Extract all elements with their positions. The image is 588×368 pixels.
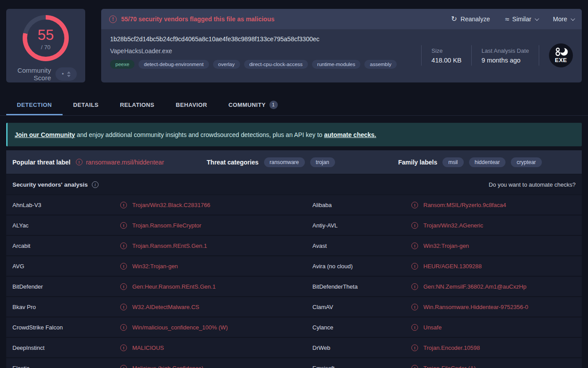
file-identity: 1b28b5cf2d14bc5b24cf9cd4065a8c10ae4fe38c… — [110, 34, 397, 77]
result-text: Malicious (high Confidence) — [132, 365, 203, 368]
detection-result: !Win32:Trojan-gen — [411, 243, 582, 249]
size-label: Size — [431, 47, 462, 54]
warning-icon: ! — [411, 324, 418, 331]
file-size-group: Size 418.00 KB — [431, 47, 462, 64]
tab-behavior[interactable]: BEHAVIOR — [165, 95, 218, 115]
community-score-footer: Community Score • — [15, 67, 77, 82]
vendors-analysis-title: Security vendors' analysis — [12, 181, 88, 188]
result-text: Win/malicious_confidence_100% (W) — [132, 324, 228, 331]
tag-runtime-modules[interactable]: runtime-modules — [312, 60, 361, 69]
threat-categories-title: Threat categories — [207, 159, 259, 166]
tab-label: DETECTION — [17, 102, 52, 108]
file-summary-card: ! 55/70 security vendors flagged this fi… — [101, 9, 582, 82]
join-community-link[interactable]: Join our Community — [15, 131, 75, 138]
family-cryptear[interactable]: cryptear — [511, 157, 541, 167]
svg-text:EXE: EXE — [555, 57, 567, 63]
community-count-badge: 1 — [269, 101, 278, 109]
result-text: Trojan-FileCoder (A) — [423, 365, 476, 368]
tag-overlay[interactable]: overlay — [213, 60, 240, 69]
result-text: Gen:Heur.Ransom.REntS.Gen.1 — [132, 283, 216, 290]
popular-threat-label-title: Popular threat label — [12, 159, 71, 166]
more-button[interactable]: More — [553, 16, 574, 23]
automate-checks-prompt[interactable]: Do you want to automate checks? — [489, 181, 576, 188]
category-ransomware[interactable]: ransomware — [264, 157, 305, 167]
detection-result: !Gen:NN.ZemsilF.36802.Am1@auCxzHp — [411, 283, 582, 290]
table-row: Arcabit !Trojan.Ransom.REntS.Gen.1 Avast… — [6, 236, 582, 255]
community-vote-widget[interactable]: • — [55, 67, 77, 81]
vendor-name: Antiy-AVL — [312, 222, 411, 229]
tab-relations[interactable]: RELATIONS — [109, 95, 165, 115]
detection-result: !Trojan.Encoder.10598 — [411, 345, 582, 351]
similar-label: Similar — [512, 16, 531, 23]
table-row: AhnLab-V3 !Trojan/Win32.Black.C2831766 A… — [6, 195, 582, 215]
downvote-icon[interactable] — [67, 75, 71, 77]
result-text: Trojan.Ransom.FileCryptor — [132, 222, 201, 229]
detection-result: !Gen:Heur.Ransom.REntS.Gen.1 — [120, 283, 312, 290]
vendor-name: Avast — [312, 243, 411, 249]
warning-icon: ! — [411, 243, 418, 249]
join-community-banner: Join our Community and enjoy additional … — [6, 123, 582, 146]
vendor-name: DrWeb — [312, 345, 411, 351]
tag-detect-debug-environment[interactable]: detect-debug-environment — [138, 60, 209, 69]
warning-icon: ! — [411, 345, 418, 351]
upvote-icon[interactable] — [67, 71, 71, 74]
chevron-down-icon — [535, 16, 539, 21]
reanalyze-button[interactable]: ↻ Reanalyze — [451, 16, 490, 23]
tag-direct-cpu-clock-access[interactable]: direct-cpu-clock-access — [244, 60, 308, 69]
alert-icon: ! — [109, 16, 117, 23]
table-row: ALYac !Trojan.Ransom.FileCryptor Antiy-A… — [6, 215, 582, 235]
community-score-label: Community Score — [15, 67, 51, 82]
result-text: Trojan/Win32.Black.C2831766 — [132, 202, 210, 208]
table-row: AVG !Win32:Trojan-gen Avira (no cloud) !… — [6, 256, 582, 276]
result-text: Ransom:MSIL/Ryzerlo.9c8faca4 — [423, 202, 506, 208]
score-card: 55 / 70 Community Score • — [6, 9, 85, 82]
tab-label: COMMUNITY — [229, 102, 266, 108]
vendor-name: Cylance — [312, 324, 411, 331]
automate-checks-link[interactable]: automate checks. — [324, 131, 376, 138]
last-analysis-value: 9 months ago — [481, 57, 529, 64]
divider — [539, 45, 539, 66]
similar-button[interactable]: ≈ Similar — [505, 16, 538, 23]
info-icon[interactable]: i — [92, 181, 99, 188]
file-tags: peexe detect-debug-environment overlay d… — [110, 60, 397, 69]
warning-icon: ! — [120, 365, 127, 368]
warning-icon: ! — [120, 263, 127, 270]
file-hash: 1b28b5cf2d14bc5b24cf9cd4065a8c10ae4fe38c… — [110, 35, 397, 43]
family-labels-group: Family labels msil hiddentear cryptear — [398, 157, 576, 167]
detection-result: !Trojan.Ransom.FileCryptor — [120, 222, 312, 229]
detection-result: !Trojan/Win32.Black.C2831766 — [120, 202, 312, 208]
result-text: Win32:Trojan-gen — [132, 263, 178, 270]
result-text: MALICIOUS — [132, 345, 164, 351]
warning-icon: ! — [120, 283, 127, 290]
threat-categories-group: Threat categories ransomware trojan — [207, 157, 398, 167]
warning-icon: ! — [411, 222, 418, 229]
vendor-name: Emsisoft — [312, 365, 411, 368]
tag-peexe[interactable]: peexe — [110, 60, 134, 69]
tab-label: BEHAVIOR — [176, 102, 207, 108]
reanalyze-label: Reanalyze — [461, 16, 490, 23]
tab-detection[interactable]: DETECTION — [6, 95, 63, 115]
vendor-name: Alibaba — [312, 202, 411, 208]
detection-result: !Ransom:MSIL/Ryzerlo.9c8faca4 — [411, 202, 582, 208]
file-info: 1b28b5cf2d14bc5b24cf9cd4065a8c10ae4fe38c… — [101, 29, 582, 82]
vendor-name: AVG — [12, 263, 120, 270]
result-text: Win.Ransomware.Hiddentear-9752356-0 — [423, 304, 528, 310]
family-hiddentear[interactable]: hiddentear — [469, 157, 506, 167]
result-text: HEUR/AGEN.1309288 — [423, 263, 482, 270]
family-msil[interactable]: msil — [442, 157, 463, 167]
vendor-name: CrowdStrike Falcon — [12, 324, 120, 331]
detection-score-donut: 55 / 70 — [23, 15, 69, 61]
tab-label: RELATIONS — [120, 102, 154, 108]
detection-result: !Trojan/Win32.AGeneric — [411, 222, 582, 229]
result-text: Trojan.Ransom.REntS.Gen.1 — [132, 243, 207, 249]
vendors-analysis-title-group: Security vendors' analysis i — [12, 181, 99, 188]
tab-details[interactable]: DETAILS — [63, 95, 109, 115]
category-trojan[interactable]: trojan — [310, 157, 335, 167]
vendor-name: ALYac — [12, 222, 120, 229]
tab-community[interactable]: COMMUNITY 1 — [218, 95, 288, 115]
tag-assembly[interactable]: assembly — [364, 60, 397, 69]
result-text: Gen:NN.ZemsilF.36802.Am1@auCxzHp — [423, 283, 526, 290]
result-text: Win32:Trojan-gen — [423, 243, 469, 249]
warning-icon: ! — [411, 263, 418, 270]
popular-threat-label-value[interactable]: ! ransomware.msil/hiddentear — [76, 159, 164, 166]
